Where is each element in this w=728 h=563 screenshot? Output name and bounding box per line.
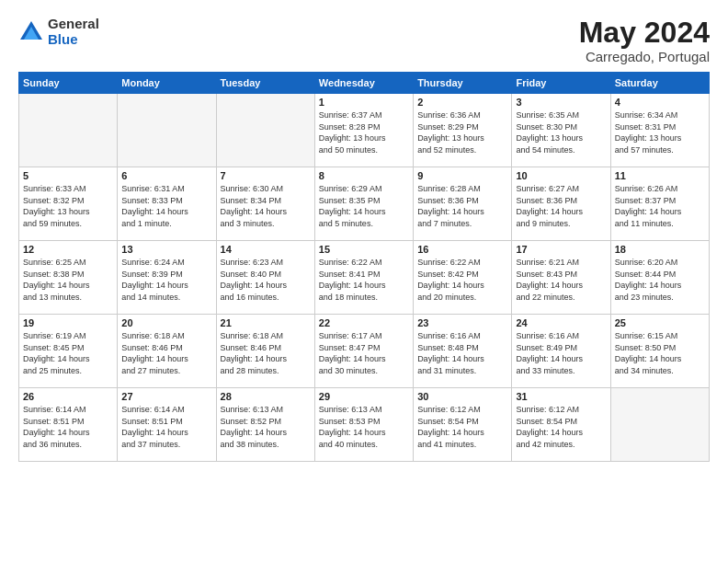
day-number: 24 <box>516 317 606 328</box>
day-number: 16 <box>417 244 507 255</box>
day-info: Sunrise: 6:14 AM Sunset: 8:51 PM Dayligh… <box>23 404 113 450</box>
calendar-cell: 21Sunrise: 6:18 AM Sunset: 8:46 PM Dayli… <box>216 315 314 388</box>
calendar-cell <box>19 94 118 167</box>
day-info: Sunrise: 6:18 AM Sunset: 8:46 PM Dayligh… <box>121 330 211 376</box>
calendar-cell: 6Sunrise: 6:31 AM Sunset: 8:33 PM Daylig… <box>118 167 216 241</box>
day-number: 21 <box>221 317 311 328</box>
day-info: Sunrise: 6:27 AM Sunset: 8:36 PM Dayligh… <box>516 183 606 229</box>
calendar-cell: 18Sunrise: 6:20 AM Sunset: 8:44 PM Dayli… <box>610 241 709 315</box>
day-number: 13 <box>121 244 211 255</box>
calendar-cell: 27Sunrise: 6:14 AM Sunset: 8:51 PM Dayli… <box>118 388 216 462</box>
calendar-cell: 10Sunrise: 6:27 AM Sunset: 8:36 PM Dayli… <box>512 167 610 241</box>
calendar-cell: 19Sunrise: 6:19 AM Sunset: 8:45 PM Dayli… <box>19 315 118 388</box>
col-tuesday: Tuesday <box>216 73 314 94</box>
day-number: 7 <box>221 170 311 181</box>
day-number: 6 <box>121 170 211 181</box>
logo: General Blue <box>18 17 99 47</box>
calendar-cell <box>610 388 709 462</box>
page: General Blue May 2024 Carregado, Portuga… <box>0 0 728 563</box>
calendar-cell: 16Sunrise: 6:22 AM Sunset: 8:42 PM Dayli… <box>414 241 512 315</box>
day-number: 4 <box>615 97 705 108</box>
calendar-cell: 25Sunrise: 6:15 AM Sunset: 8:50 PM Dayli… <box>610 315 709 388</box>
title-month: May 2024 <box>579 17 710 49</box>
day-number: 14 <box>221 244 311 255</box>
calendar: Sunday Monday Tuesday Wednesday Thursday… <box>18 72 710 462</box>
day-number: 28 <box>221 391 311 402</box>
calendar-cell <box>216 94 314 167</box>
calendar-cell: 28Sunrise: 6:13 AM Sunset: 8:52 PM Dayli… <box>216 388 314 462</box>
calendar-cell: 2Sunrise: 6:36 AM Sunset: 8:29 PM Daylig… <box>414 94 512 167</box>
day-number: 29 <box>319 391 409 402</box>
calendar-week-2: 5Sunrise: 6:33 AM Sunset: 8:32 PM Daylig… <box>19 167 710 241</box>
col-friday: Friday <box>512 73 610 94</box>
calendar-cell: 8Sunrise: 6:29 AM Sunset: 8:35 PM Daylig… <box>314 167 413 241</box>
calendar-cell: 13Sunrise: 6:24 AM Sunset: 8:39 PM Dayli… <box>118 241 216 315</box>
day-number: 9 <box>417 170 507 181</box>
logo-text: General Blue <box>48 17 99 47</box>
calendar-cell: 15Sunrise: 6:22 AM Sunset: 8:41 PM Dayli… <box>314 241 413 315</box>
title-block: May 2024 Carregado, Portugal <box>579 17 710 64</box>
logo-blue: Blue <box>48 32 99 48</box>
col-saturday: Saturday <box>610 73 709 94</box>
calendar-cell: 30Sunrise: 6:12 AM Sunset: 8:54 PM Dayli… <box>414 388 512 462</box>
day-info: Sunrise: 6:19 AM Sunset: 8:45 PM Dayligh… <box>23 330 113 376</box>
day-info: Sunrise: 6:30 AM Sunset: 8:34 PM Dayligh… <box>221 183 311 229</box>
calendar-cell: 3Sunrise: 6:35 AM Sunset: 8:30 PM Daylig… <box>512 94 610 167</box>
calendar-week-1: 1Sunrise: 6:37 AM Sunset: 8:28 PM Daylig… <box>19 94 710 167</box>
calendar-cell: 17Sunrise: 6:21 AM Sunset: 8:43 PM Dayli… <box>512 241 610 315</box>
calendar-cell: 29Sunrise: 6:13 AM Sunset: 8:53 PM Dayli… <box>314 388 413 462</box>
day-info: Sunrise: 6:36 AM Sunset: 8:29 PM Dayligh… <box>417 109 507 155</box>
calendar-header-row: Sunday Monday Tuesday Wednesday Thursday… <box>19 73 710 94</box>
day-number: 22 <box>319 317 409 328</box>
day-info: Sunrise: 6:16 AM Sunset: 8:48 PM Dayligh… <box>417 330 507 376</box>
title-location: Carregado, Portugal <box>579 49 710 64</box>
day-number: 2 <box>417 97 507 108</box>
day-number: 15 <box>319 244 409 255</box>
day-number: 31 <box>516 391 606 402</box>
calendar-week-4: 19Sunrise: 6:19 AM Sunset: 8:45 PM Dayli… <box>19 315 710 388</box>
calendar-cell: 31Sunrise: 6:12 AM Sunset: 8:54 PM Dayli… <box>512 388 610 462</box>
day-info: Sunrise: 6:29 AM Sunset: 8:35 PM Dayligh… <box>319 183 409 229</box>
col-thursday: Thursday <box>414 73 512 94</box>
day-info: Sunrise: 6:28 AM Sunset: 8:36 PM Dayligh… <box>417 183 507 229</box>
calendar-cell <box>118 94 216 167</box>
calendar-cell: 5Sunrise: 6:33 AM Sunset: 8:32 PM Daylig… <box>19 167 118 241</box>
day-info: Sunrise: 6:15 AM Sunset: 8:50 PM Dayligh… <box>615 330 705 376</box>
day-number: 1 <box>319 97 409 108</box>
day-info: Sunrise: 6:37 AM Sunset: 8:28 PM Dayligh… <box>319 109 409 155</box>
day-info: Sunrise: 6:12 AM Sunset: 8:54 PM Dayligh… <box>417 404 507 450</box>
day-number: 11 <box>615 170 705 181</box>
day-number: 26 <box>23 391 113 402</box>
header: General Blue May 2024 Carregado, Portuga… <box>18 17 710 64</box>
day-info: Sunrise: 6:33 AM Sunset: 8:32 PM Dayligh… <box>23 183 113 229</box>
calendar-cell: 23Sunrise: 6:16 AM Sunset: 8:48 PM Dayli… <box>414 315 512 388</box>
calendar-cell: 14Sunrise: 6:23 AM Sunset: 8:40 PM Dayli… <box>216 241 314 315</box>
calendar-cell: 1Sunrise: 6:37 AM Sunset: 8:28 PM Daylig… <box>314 94 413 167</box>
calendar-cell: 22Sunrise: 6:17 AM Sunset: 8:47 PM Dayli… <box>314 315 413 388</box>
calendar-cell: 26Sunrise: 6:14 AM Sunset: 8:51 PM Dayli… <box>19 388 118 462</box>
calendar-cell: 9Sunrise: 6:28 AM Sunset: 8:36 PM Daylig… <box>414 167 512 241</box>
day-info: Sunrise: 6:17 AM Sunset: 8:47 PM Dayligh… <box>319 330 409 376</box>
day-info: Sunrise: 6:23 AM Sunset: 8:40 PM Dayligh… <box>221 257 311 303</box>
day-info: Sunrise: 6:35 AM Sunset: 8:30 PM Dayligh… <box>516 109 606 155</box>
calendar-week-3: 12Sunrise: 6:25 AM Sunset: 8:38 PM Dayli… <box>19 241 710 315</box>
calendar-cell: 7Sunrise: 6:30 AM Sunset: 8:34 PM Daylig… <box>216 167 314 241</box>
day-number: 3 <box>516 97 606 108</box>
day-info: Sunrise: 6:13 AM Sunset: 8:53 PM Dayligh… <box>319 404 409 450</box>
day-number: 27 <box>121 391 211 402</box>
day-info: Sunrise: 6:24 AM Sunset: 8:39 PM Dayligh… <box>121 257 211 303</box>
day-number: 5 <box>23 170 113 181</box>
day-info: Sunrise: 6:16 AM Sunset: 8:49 PM Dayligh… <box>516 330 606 376</box>
col-monday: Monday <box>118 73 216 94</box>
day-info: Sunrise: 6:31 AM Sunset: 8:33 PM Dayligh… <box>121 183 211 229</box>
calendar-week-5: 26Sunrise: 6:14 AM Sunset: 8:51 PM Dayli… <box>19 388 710 462</box>
day-info: Sunrise: 6:22 AM Sunset: 8:42 PM Dayligh… <box>417 257 507 303</box>
calendar-cell: 20Sunrise: 6:18 AM Sunset: 8:46 PM Dayli… <box>118 315 216 388</box>
day-number: 20 <box>121 317 211 328</box>
day-info: Sunrise: 6:21 AM Sunset: 8:43 PM Dayligh… <box>516 257 606 303</box>
day-number: 30 <box>417 391 507 402</box>
col-wednesday: Wednesday <box>314 73 413 94</box>
day-info: Sunrise: 6:14 AM Sunset: 8:51 PM Dayligh… <box>121 404 211 450</box>
day-info: Sunrise: 6:34 AM Sunset: 8:31 PM Dayligh… <box>615 109 705 155</box>
day-number: 19 <box>23 317 113 328</box>
